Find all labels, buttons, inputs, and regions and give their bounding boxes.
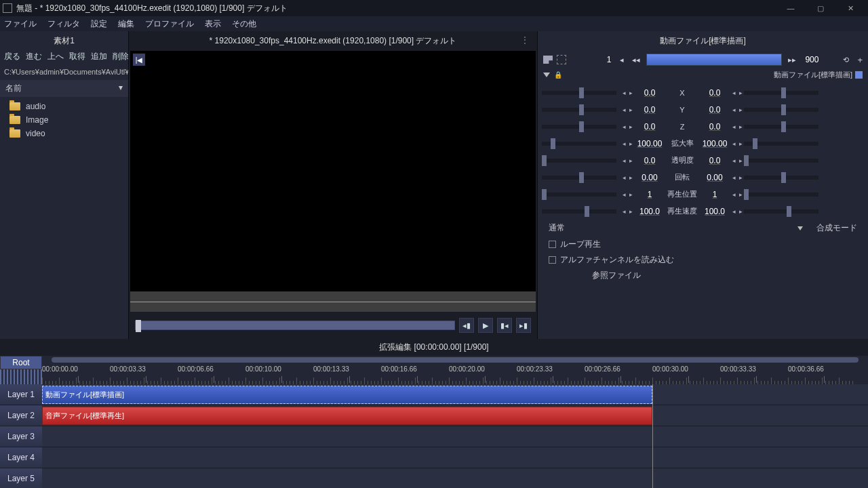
blend-value[interactable]: 通常 xyxy=(549,222,565,234)
expand-icon[interactable] xyxy=(543,73,550,77)
minimize-button[interactable]: — xyxy=(776,0,806,16)
slider-left[interactable] xyxy=(542,142,616,146)
step-right-icon[interactable]: ▸ xyxy=(627,174,634,181)
prev-keyframe-button[interactable]: ◂▮ xyxy=(459,318,474,333)
slider-left[interactable] xyxy=(542,91,616,95)
value-right[interactable]: 100.0 xyxy=(699,207,730,216)
asset-header-name[interactable]: 名前 xyxy=(5,83,22,94)
track-1[interactable]: 動画ファイル[標準描画] xyxy=(42,384,868,405)
value-left[interactable]: 0.0 xyxy=(634,105,665,115)
step-right-icon[interactable]: ▸ xyxy=(737,106,744,113)
track-3[interactable] xyxy=(42,426,868,447)
flag-icon[interactable] xyxy=(543,56,553,64)
track-5[interactable] xyxy=(42,468,868,488)
step-right-icon[interactable]: ▸ xyxy=(737,174,744,181)
frame-to[interactable]: 900 xyxy=(802,55,821,64)
slider-right[interactable] xyxy=(744,142,818,146)
step-right-icon[interactable]: ▸ xyxy=(737,140,744,147)
blend-dropdown-icon[interactable] xyxy=(797,226,803,230)
step-right-icon[interactable]: ▸ xyxy=(737,157,744,164)
step-left-icon[interactable]: ◂ xyxy=(730,106,737,113)
value-left[interactable]: 0.0 xyxy=(634,88,665,98)
ref-file-label[interactable]: 参照ファイル xyxy=(592,270,641,281)
slider-left[interactable] xyxy=(542,176,616,180)
menu-other[interactable]: その他 xyxy=(232,18,256,30)
layer-label-3[interactable]: Layer 3 xyxy=(0,426,42,447)
step-left-icon[interactable]: ◂ xyxy=(730,157,737,164)
value-right[interactable]: 0.0 xyxy=(699,105,730,115)
menu-profile[interactable]: プロファイル xyxy=(145,18,194,30)
nav-add[interactable]: 追加 xyxy=(91,51,107,62)
step-right-icon[interactable]: ▸ xyxy=(627,123,634,130)
slider-left[interactable] xyxy=(542,108,616,112)
layer-label-2[interactable]: Layer 2 xyxy=(0,405,42,426)
value-left[interactable]: 0.00 xyxy=(634,173,665,182)
timeline-scrollbar[interactable] xyxy=(52,357,859,363)
add-icon[interactable]: + xyxy=(853,55,863,65)
seek-bar[interactable] xyxy=(135,321,455,330)
value-left[interactable]: 100.00 xyxy=(634,139,665,148)
value-left[interactable]: 100.0 xyxy=(634,207,665,216)
timeline-ruler[interactable]: 00:00:00.0000:00:03.3300:00:06.6600:00:1… xyxy=(42,356,868,384)
close-button[interactable]: ✕ xyxy=(835,0,865,16)
value-right[interactable]: 0.0 xyxy=(699,88,730,98)
value-right[interactable]: 0.00 xyxy=(699,173,730,182)
clip-video[interactable]: 動画ファイル[標準描画] xyxy=(42,386,652,404)
menu-setting[interactable]: 設定 xyxy=(91,18,107,30)
step-right-icon[interactable]: ▸ xyxy=(737,208,744,215)
step-left-icon[interactable]: ◂ xyxy=(620,208,627,215)
value-left[interactable]: 0.0 xyxy=(634,122,665,131)
frame-range-bar[interactable] xyxy=(646,54,782,66)
timeline-overview[interactable] xyxy=(0,369,42,384)
goto-start-icon[interactable]: |◀ xyxy=(133,54,145,66)
slider-right[interactable] xyxy=(744,159,818,163)
alpha-checkbox[interactable] xyxy=(549,256,556,264)
value-right[interactable]: 1 xyxy=(699,190,730,199)
maximize-button[interactable]: ▢ xyxy=(806,0,835,16)
last-frame-button[interactable]: ▸▮ xyxy=(516,318,531,333)
step-right-icon[interactable]: ▸ xyxy=(627,208,634,215)
menu-file[interactable]: ファイル xyxy=(4,18,37,30)
first-frame-button[interactable]: ▮◂ xyxy=(497,318,512,333)
swap-icon[interactable]: ⟲ xyxy=(843,56,849,64)
enable-checkbox[interactable] xyxy=(855,71,863,79)
value-left[interactable]: 1 xyxy=(634,190,665,199)
step-right-icon[interactable]: ▸ xyxy=(627,89,634,96)
menu-view[interactable]: 表示 xyxy=(205,18,221,30)
step-left-icon[interactable]: ◂ xyxy=(730,208,737,215)
slider-right[interactable] xyxy=(744,91,818,95)
asset-item[interactable]: video xyxy=(0,127,128,140)
value-right[interactable]: 100.00 xyxy=(699,139,730,148)
nav-get[interactable]: 取得 xyxy=(69,51,85,62)
step-right-icon[interactable]: ▸ xyxy=(737,191,744,198)
slider-left[interactable] xyxy=(542,159,616,163)
loop-checkbox[interactable] xyxy=(549,241,556,248)
menu-edit[interactable]: 編集 xyxy=(118,18,134,30)
selection-icon[interactable] xyxy=(557,55,566,64)
layer-label-4[interactable]: Layer 4 xyxy=(0,447,42,468)
step-left-icon[interactable]: ◂ xyxy=(620,140,627,147)
track-2[interactable]: 音声ファイル[標準再生] xyxy=(42,405,868,426)
slider-left[interactable] xyxy=(542,192,616,197)
value-right[interactable]: 0.0 xyxy=(699,122,730,131)
timeline-root[interactable]: Root xyxy=(0,356,42,369)
step-right-icon[interactable]: ▸ xyxy=(627,191,634,198)
step-left-icon[interactable]: ◂ xyxy=(730,89,737,96)
step-left-icon[interactable]: ◂ xyxy=(730,140,737,147)
step-left-icon[interactable]: ◂ xyxy=(620,191,627,198)
clip-audio[interactable]: 音声ファイル[標準再生] xyxy=(42,407,652,425)
slider-right[interactable] xyxy=(744,192,818,197)
slider-left[interactable] xyxy=(542,125,616,129)
slider-right[interactable] xyxy=(744,176,818,180)
slider-right[interactable] xyxy=(744,209,818,214)
preview-menu-icon[interactable]: ⋮ xyxy=(521,35,530,45)
step-right-icon[interactable]: ▸ xyxy=(627,106,634,113)
nav-back[interactable]: 戻る xyxy=(4,51,20,62)
value-right[interactable]: 0.0 xyxy=(699,156,730,165)
asset-item[interactable]: audio xyxy=(0,100,128,113)
step-left-icon[interactable]: ◂ xyxy=(730,174,737,181)
nav-up[interactable]: 上へ xyxy=(47,51,64,62)
slider-right[interactable] xyxy=(744,108,818,112)
nav-delete[interactable]: 削除 xyxy=(113,51,128,62)
step-right-icon[interactable]: ▸ xyxy=(627,157,634,164)
